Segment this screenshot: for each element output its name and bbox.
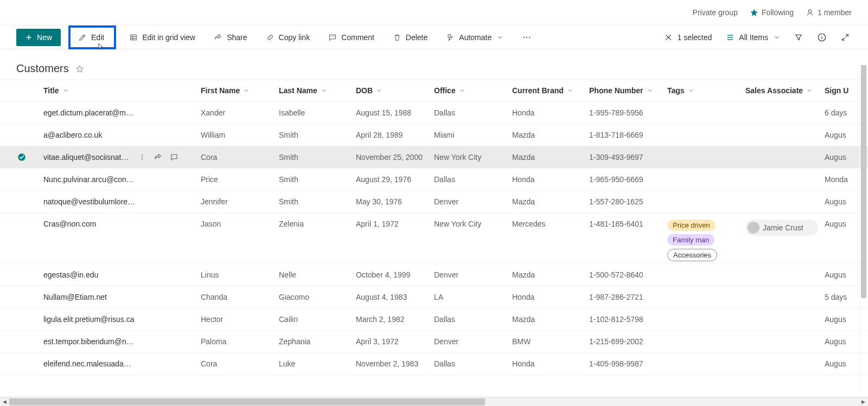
cell-dob: August 29, 1976 xyxy=(356,173,434,186)
item-title-link[interactable]: Cras@non.com xyxy=(43,220,96,228)
cell-dob: April 3, 1972 xyxy=(356,335,434,348)
col-header-first[interactable]: First Name xyxy=(201,84,279,97)
share-button[interactable]: Share xyxy=(208,30,252,45)
item-title-link[interactable]: est.tempor.bibendum@neccursusa.com xyxy=(43,337,136,346)
table-row[interactable]: ↗Nunc.pulvinar.arcu@conubianostraper.edu… xyxy=(0,169,868,191)
cell-title[interactable]: ↗a@aclibero.co.uk xyxy=(43,128,201,141)
person-chip[interactable]: Jamie Crust xyxy=(745,220,818,236)
scroll-right-arrow[interactable]: ► xyxy=(859,397,868,407)
table-row[interactable]: ↗eleifend.nec.malesuada@atrisus.caCoraLu… xyxy=(0,353,868,375)
item-indicator-icon: ↗ xyxy=(43,313,44,317)
cell-last: Nelle xyxy=(279,268,356,281)
star-filled-icon xyxy=(750,8,758,17)
command-bar: New Edit Edit in grid view Share Copy li… xyxy=(0,25,868,49)
cell-title[interactable]: ↗eleifend.nec.malesuada@atrisus.ca xyxy=(43,357,201,370)
chevron-down-icon xyxy=(806,87,813,94)
members-count[interactable]: 1 member xyxy=(806,8,852,17)
cell-title[interactable]: ↗natoque@vestibulumlorem.edu xyxy=(43,195,201,208)
ellipsis-icon xyxy=(522,33,532,42)
cell-brand: Honda xyxy=(512,173,589,186)
more-commands-button[interactable] xyxy=(516,29,537,46)
tag-pill[interactable]: Price driven xyxy=(667,220,716,231)
site-header: Private group Following 1 member xyxy=(0,0,868,25)
cell-brand: Honda xyxy=(512,291,589,304)
cell-title[interactable]: ↗ligula.elit.pretium@risus.ca xyxy=(43,313,201,326)
item-indicator-icon: ↗ xyxy=(43,151,44,154)
table-row[interactable]: ↗Nullam@Etiam.netChandaGiacomoAugust 4, … xyxy=(0,286,868,308)
table-row[interactable]: ↗a@aclibero.co.ukWilliamSmithApril 28, 1… xyxy=(0,124,868,146)
table-row[interactable]: ↗vitae.aliquet@sociisnato…CoraSmithNovem… xyxy=(0,146,868,169)
item-title-link[interactable]: natoque@vestibulumlorem.edu xyxy=(43,197,136,206)
tag-pill[interactable]: Family man xyxy=(667,234,714,246)
cell-first: Paloma xyxy=(201,335,279,348)
item-indicator-icon: ↗ xyxy=(43,268,44,272)
selected-count-label: 1 selected xyxy=(677,33,712,42)
item-title-link[interactable]: eget.dictum.placerat@mattis.ca xyxy=(43,108,136,117)
edit-grid-label: Edit in grid view xyxy=(142,33,195,42)
item-indicator-icon: ↗ xyxy=(43,195,44,199)
col-header-brand[interactable]: Current Brand xyxy=(512,84,589,97)
comment-icon[interactable] xyxy=(170,153,178,162)
horizontal-scrollbar[interactable]: ◄ ► xyxy=(0,397,868,406)
table-row[interactable]: ↗natoque@vestibulumlorem.eduJenniferSmit… xyxy=(0,191,868,213)
ellipsis-vertical-icon[interactable] xyxy=(138,153,146,161)
table-row[interactable]: ↗ligula.elit.pretium@risus.caHectorCaili… xyxy=(0,308,868,331)
scroll-thumb[interactable] xyxy=(861,65,866,298)
filter-button[interactable] xyxy=(792,31,805,44)
col-header-title[interactable]: Title xyxy=(43,84,201,97)
avatar xyxy=(748,222,760,234)
following-toggle[interactable]: Following xyxy=(750,8,794,17)
cell-office: Denver xyxy=(434,335,512,348)
cell-last: Smith xyxy=(279,173,356,186)
col-header-assoc[interactable]: Sales Associate xyxy=(745,84,822,97)
expand-button[interactable] xyxy=(839,31,852,44)
item-title-link[interactable]: vitae.aliquet@sociisnato… xyxy=(43,153,133,162)
svg-point-7 xyxy=(142,159,143,160)
view-selector[interactable]: All Items xyxy=(724,31,782,44)
share-icon[interactable] xyxy=(154,153,162,162)
cell-dob: March 2, 1982 xyxy=(356,313,434,326)
cell-title[interactable]: ↗Nullam@Etiam.net xyxy=(43,291,201,304)
automate-button[interactable]: Automate xyxy=(441,30,509,45)
item-title-link[interactable]: eleifend.nec.malesuada@atrisus.ca xyxy=(43,359,136,368)
item-title-link[interactable]: Nunc.pulvinar.arcu@conubianostraper.edu xyxy=(43,175,136,184)
info-button[interactable] xyxy=(815,30,829,44)
edit-grid-button[interactable]: Edit in grid view xyxy=(124,30,201,45)
table-row[interactable]: ↗eget.dictum.placerat@mattis.caXanderIsa… xyxy=(0,102,868,124)
edit-button[interactable]: Edit xyxy=(68,25,116,49)
cell-title[interactable]: ↗Nunc.pulvinar.arcu@conubianostraper.edu xyxy=(43,173,201,186)
delete-button[interactable]: Delete xyxy=(387,30,433,45)
cell-title[interactable]: ↗eget.dictum.placerat@mattis.ca xyxy=(43,106,201,119)
cell-last: Luke xyxy=(279,357,356,370)
item-title-link[interactable]: egestas@in.edu xyxy=(43,270,98,279)
table-row[interactable]: ↗Cras@non.comJasonZeleniaApril 1, 1972Ne… xyxy=(0,213,868,264)
scroll-thumb[interactable] xyxy=(9,398,485,405)
col-header-dob[interactable]: DOB xyxy=(356,84,434,97)
col-header-last[interactable]: Last Name xyxy=(279,84,356,97)
star-outline-icon[interactable] xyxy=(75,65,84,73)
cell-title[interactable]: ↗est.tempor.bibendum@neccursusa.com xyxy=(43,335,201,348)
cell-title[interactable]: ↗egestas@in.edu xyxy=(43,268,201,281)
table-row[interactable]: ↗est.tempor.bibendum@neccursusa.comPalom… xyxy=(0,331,868,353)
col-header-phone[interactable]: Phone Number xyxy=(589,84,667,97)
col-header-office[interactable]: Office xyxy=(434,84,512,97)
table-row[interactable]: ↗egestas@in.eduLinusNelleOctober 4, 1999… xyxy=(0,264,868,286)
cell-office: Dallas xyxy=(434,106,512,119)
cell-title[interactable]: ↗Cras@non.com xyxy=(43,217,201,230)
vertical-scrollbar[interactable] xyxy=(859,65,868,388)
comment-button[interactable]: Comment xyxy=(323,30,380,45)
item-title-link[interactable]: Nullam@Etiam.net xyxy=(43,293,107,301)
item-title-link[interactable]: a@aclibero.co.uk xyxy=(43,131,102,139)
tag-pill[interactable]: Accessories xyxy=(667,249,717,261)
cell-tags xyxy=(667,295,745,299)
checkmark-circle-icon[interactable] xyxy=(17,152,27,162)
new-button[interactable]: New xyxy=(16,29,61,46)
filter-icon xyxy=(794,33,803,42)
cell-title[interactable]: ↗vitae.aliquet@sociisnato… xyxy=(43,151,201,164)
clear-selection-button[interactable]: 1 selected xyxy=(662,31,714,44)
col-header-tags[interactable]: Tags xyxy=(667,84,745,97)
cell-sales-associate: Jamie Crust xyxy=(745,217,822,238)
scroll-left-arrow[interactable]: ◄ xyxy=(0,397,9,407)
item-title-link[interactable]: ligula.elit.pretium@risus.ca xyxy=(43,315,135,324)
copy-link-button[interactable]: Copy link xyxy=(260,30,316,45)
